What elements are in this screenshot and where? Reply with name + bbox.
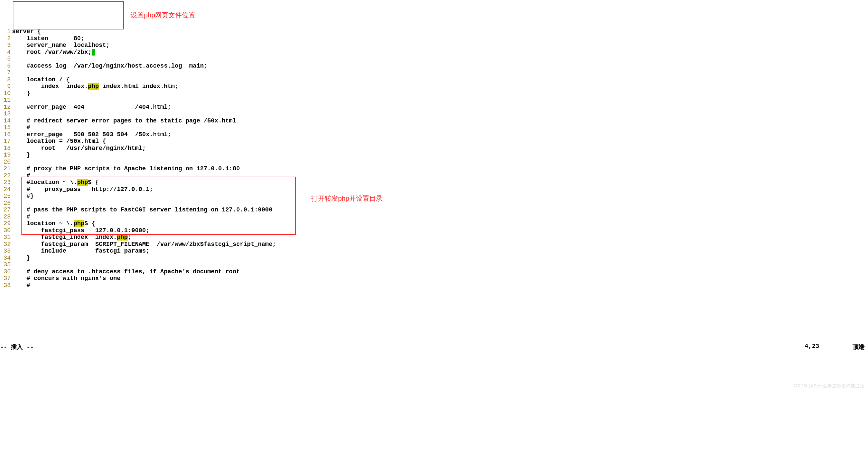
code-line[interactable]: 17 location = /50x.html { <box>0 138 868 145</box>
code-text[interactable]: } <box>12 152 30 159</box>
code-line[interactable]: 29 location ~ \.php$ { <box>0 220 868 227</box>
cursor <box>92 49 95 56</box>
code-line[interactable]: 32 fastcgi_param SCRIPT_FILENAME /var/ww… <box>0 241 868 248</box>
line-number: 32 <box>0 241 12 248</box>
code-text[interactable]: error_page 500 502 503 504 /50x.html; <box>12 131 171 138</box>
text-segment: # <box>12 213 30 220</box>
code-text[interactable]: location = /50x.html { <box>12 138 106 145</box>
code-line[interactable]: 18 root /usr/share/nginx/html; <box>0 145 868 152</box>
code-text[interactable]: location / { <box>12 76 70 83</box>
code-line[interactable]: 7 <box>0 69 868 76</box>
code-text[interactable]: location ~ \.php$ { <box>12 220 95 227</box>
line-number: 19 <box>0 152 12 159</box>
code-text[interactable]: #access_log /var/log/nginx/host.access.l… <box>12 63 207 70</box>
code-line[interactable]: 22 # <box>0 172 868 179</box>
search-highlight: php <box>74 220 84 227</box>
code-text[interactable]: fastcgi_index index.php; <box>12 234 131 241</box>
text-segment: listen 80; <box>12 35 84 42</box>
code-text[interactable]: # proxy the PHP scripts to Apache listen… <box>12 165 240 172</box>
code-line[interactable]: 11 <box>0 97 868 104</box>
text-segment: root /var/www/zbx; <box>12 49 92 56</box>
code-line[interactable]: 21 # proxy the PHP scripts to Apache lis… <box>0 165 868 172</box>
code-text[interactable]: index index.php index.html index.htm; <box>12 83 179 90</box>
code-line[interactable]: 4 root /var/www/zbx; <box>0 49 868 56</box>
code-line[interactable]: 24 # proxy_pass http://127.0.0.1; <box>0 186 868 193</box>
text-segment: index index. <box>12 83 88 90</box>
code-line[interactable]: 14 # redirect server error pages to the … <box>0 118 868 125</box>
cursor-position: 4,23 <box>805 343 852 351</box>
code-line[interactable]: 35 <box>0 261 868 268</box>
text-segment: # proxy the PHP scripts to Apache listen… <box>12 165 240 172</box>
line-number: 12 <box>0 104 12 111</box>
text-segment: # deny access to .htaccess files, if Apa… <box>12 268 240 275</box>
code-line[interactable]: 34 } <box>0 255 868 262</box>
code-line[interactable]: 27 # pass the PHP scripts to FastCGI ser… <box>0 206 868 213</box>
code-text[interactable]: # proxy_pass http://127.0.0.1; <box>12 186 153 193</box>
line-number: 15 <box>0 124 12 131</box>
code-text[interactable]: # deny access to .htaccess files, if Apa… <box>12 268 240 275</box>
code-line[interactable]: 6 #access_log /var/log/nginx/host.access… <box>0 63 868 70</box>
line-number: 10 <box>0 90 12 97</box>
code-text[interactable]: #} <box>12 193 34 200</box>
code-line[interactable]: 13 <box>0 110 868 118</box>
text-segment: #access_log /var/log/nginx/host.access.l… <box>12 63 207 69</box>
code-text[interactable]: # <box>12 213 30 221</box>
code-line[interactable]: 16 error_page 500 502 503 504 /50x.html; <box>0 131 868 138</box>
code-text[interactable]: # <box>12 124 30 131</box>
status-bar: -- 插入 -- 4,23 顶端 <box>0 342 868 352</box>
line-number: 5 <box>0 56 12 63</box>
code-line[interactable]: 23 #location ~ \.php$ { <box>0 179 868 186</box>
text-segment: location = /50x.html { <box>12 138 106 144</box>
code-text[interactable]: # concurs with nginx's one <box>12 275 121 282</box>
code-line[interactable]: 3 server_name localhost; <box>0 42 868 49</box>
code-text[interactable]: # <box>12 172 30 179</box>
text-segment: # <box>12 172 30 179</box>
code-line[interactable]: 12 #error_page 404 /404.html; <box>0 104 868 111</box>
code-line[interactable]: 31 fastcgi_index index.php; <box>0 234 868 241</box>
code-line[interactable]: 33 include fastcgi_params; <box>0 248 868 255</box>
code-line[interactable]: 9 index index.php index.html index.htm; <box>0 83 868 90</box>
line-number: 28 <box>0 213 12 221</box>
code-text[interactable]: #location ~ \.php$ { <box>12 179 99 186</box>
code-line[interactable]: 30 fastcgi_pass 127.0.0.1:9000; <box>0 227 868 234</box>
code-text[interactable]: fastcgi_param SCRIPT_FILENAME /var/www/z… <box>12 241 276 248</box>
code-text[interactable]: fastcgi_pass 127.0.0.1:9000; <box>12 227 149 234</box>
text-segment: fastcgi_index index. <box>12 234 117 240</box>
line-number: 3 <box>0 42 12 49</box>
code-line[interactable]: 15 # <box>0 124 868 131</box>
code-text[interactable]: # redirect server error pages to the sta… <box>12 118 236 125</box>
code-line[interactable]: 1server { <box>0 28 868 35</box>
code-text[interactable]: include fastcgi_params; <box>12 248 149 255</box>
code-text[interactable]: root /var/www/zbx; <box>12 49 95 56</box>
code-line[interactable]: 19 } <box>0 152 868 159</box>
code-line[interactable]: 26 <box>0 200 868 207</box>
code-line[interactable]: 2 listen 80; <box>0 35 868 42</box>
code-text[interactable]: root /usr/share/nginx/html; <box>12 145 146 152</box>
code-text[interactable]: # <box>12 282 30 289</box>
code-line[interactable]: 5 <box>0 56 868 63</box>
code-line[interactable]: 10 } <box>0 90 868 97</box>
line-number: 21 <box>0 165 12 172</box>
code-text[interactable]: #error_page 404 /404.html; <box>12 104 171 111</box>
code-line[interactable]: 37 # concurs with nginx's one <box>0 275 868 282</box>
code-line[interactable]: 38 # <box>0 282 868 289</box>
text-segment: include fastcgi_params; <box>12 248 149 254</box>
code-line[interactable]: 20 <box>0 159 868 166</box>
code-text[interactable]: # pass the PHP scripts to FastCGI server… <box>12 206 273 213</box>
editor-container[interactable]: 1server {2 listen 80;3 server_name local… <box>0 28 868 289</box>
search-highlight: php <box>88 83 99 90</box>
text-segment: # proxy_pass http://127.0.0.1; <box>12 186 153 193</box>
code-text[interactable]: server_name localhost; <box>12 42 110 49</box>
code-text[interactable]: } <box>12 255 30 262</box>
code-line[interactable]: 25 #} <box>0 193 868 200</box>
code-text[interactable]: listen 80; <box>12 35 84 42</box>
code-text[interactable]: server { <box>12 28 41 35</box>
text-segment: location / { <box>12 76 70 83</box>
code-line[interactable]: 8 location / { <box>0 76 868 83</box>
code-line[interactable]: 36 # deny access to .htaccess files, if … <box>0 268 868 275</box>
code-line[interactable]: 28 # <box>0 213 868 221</box>
code-text[interactable]: } <box>12 90 30 97</box>
scroll-indicator: 顶端 <box>852 343 868 351</box>
line-number: 30 <box>0 227 12 234</box>
text-segment: fastcgi_pass 127.0.0.1:9000; <box>12 227 149 234</box>
